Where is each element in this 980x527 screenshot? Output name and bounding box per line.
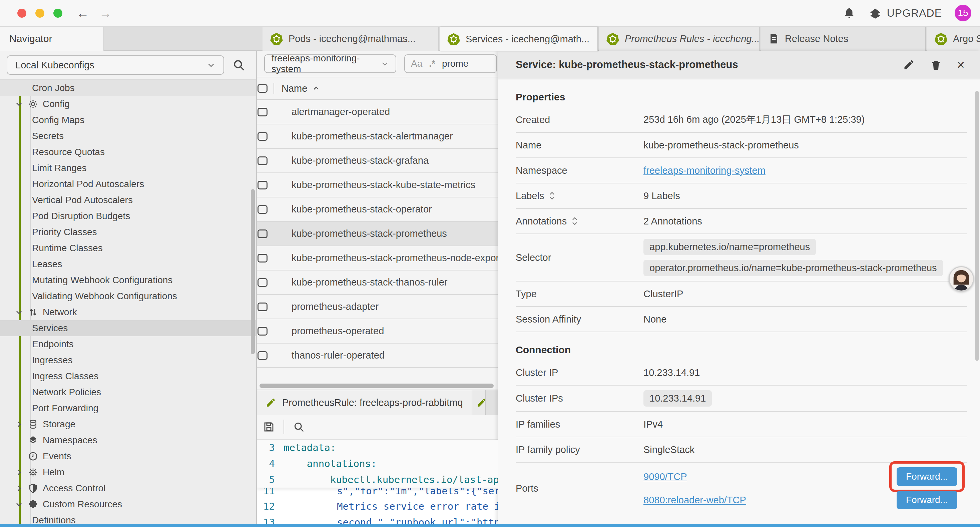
table-row-thanos-ruler-operated[interactable]: thanos-ruler-operated: [257, 344, 498, 368]
tab-pods-icecheng-mathma[interactable]: Pods - icecheng@mathmas...: [262, 27, 439, 51]
sidebar-item-definitions[interactable]: Definitions: [0, 512, 256, 524]
sidebar-item-ingress-classes[interactable]: Ingress Classes: [0, 368, 256, 384]
expand-sorter-icon[interactable]: [549, 191, 555, 201]
search-icon[interactable]: [232, 58, 245, 72]
sidebar-item-ingresses[interactable]: Ingresses: [0, 352, 256, 368]
back-arrow-icon[interactable]: ←: [76, 6, 89, 20]
notification-badge[interactable]: 15: [955, 5, 971, 21]
sidebar-item-validating-webhook-configurations[interactable]: Validating Webhook Configurations: [0, 288, 256, 304]
sidebar-item-priority-classes[interactable]: Priority Classes: [0, 224, 256, 240]
editor-search-icon[interactable]: [293, 421, 305, 433]
chevron-down-icon[interactable]: [15, 500, 23, 508]
table-row-kube-prometheus-stack-prometheus-node-expor[interactable]: kube-prometheus-stack-prometheus-node-ex…: [257, 246, 498, 271]
filter-input[interactable]: Aa .* prome: [404, 54, 497, 73]
chevron-right-icon[interactable]: [15, 484, 23, 492]
table-row-kube-prometheus-stack-operator[interactable]: kube-prometheus-stack-operator: [257, 197, 498, 222]
maximize-window-button[interactable]: [53, 9, 62, 18]
horizontal-scrollbar[interactable]: [259, 384, 494, 388]
namespace-selector[interactable]: freeleaps-monitoring-system: [264, 54, 396, 73]
close-icon[interactable]: ×: [957, 57, 965, 72]
sidebar-item-endpoints[interactable]: Endpoints: [0, 336, 256, 352]
row-checkbox[interactable]: [258, 181, 267, 189]
sidebar-item-config[interactable]: Config: [0, 96, 256, 112]
bell-icon[interactable]: [843, 7, 856, 19]
minimize-window-button[interactable]: [35, 9, 45, 18]
sidebar-item-cron-jobs[interactable]: Cron Jobs: [0, 80, 256, 96]
port-link-8080-reloader-web-tcp[interactable]: 8080:reloader-web/TCP: [643, 495, 746, 506]
sidebar-item-vertical-pod-autoscalers[interactable]: Vertical Pod Autoscalers: [0, 192, 256, 208]
row-checkbox[interactable]: [258, 351, 267, 360]
port-link-9090-tcp[interactable]: 9090/TCP: [643, 471, 687, 482]
sidebar-item-resource-quotas[interactable]: Resource Quotas: [0, 144, 256, 160]
sidebar-item-limit-ranges[interactable]: Limit Ranges: [0, 160, 256, 176]
upgrade-button[interactable]: UPGRADE: [868, 6, 942, 20]
chevron-down-icon[interactable]: [15, 100, 23, 108]
regex-toggle[interactable]: .*: [429, 58, 435, 69]
sidebar-item-storage[interactable]: Storage: [0, 416, 256, 432]
forward-arrow-icon[interactable]: →: [99, 6, 112, 20]
editor-tab-partial[interactable]: [473, 390, 486, 415]
sidebar-item-mutating-webhook-configurations[interactable]: Mutating Webhook Configurations: [0, 272, 256, 288]
table-row-kube-prometheus-stack-kube-state-metrics[interactable]: kube-prometheus-stack-kube-state-metrics: [257, 173, 498, 197]
sidebar-item-secrets[interactable]: Secrets: [0, 128, 256, 144]
tab-argo-se[interactable]: Argo Se: [927, 27, 980, 51]
sidebar-item-services[interactable]: Services: [0, 320, 256, 336]
row-checkbox[interactable]: [258, 205, 267, 214]
table-row-prometheus-operated[interactable]: prometheus-operated: [257, 319, 498, 344]
table-row-kube-prometheus-stack-alertmanager[interactable]: kube-prometheus-stack-alertmanager: [257, 124, 498, 149]
sidebar-item-helm[interactable]: Helm: [0, 464, 256, 480]
delete-icon[interactable]: [930, 59, 942, 71]
sidebar-item-network-policies[interactable]: Network Policies: [0, 384, 256, 400]
sidebar-item-runtime-classes[interactable]: Runtime Classes: [0, 240, 256, 256]
row-checkbox[interactable]: [258, 327, 267, 336]
sidebar-item-label: Port Forwarding: [32, 403, 99, 414]
detail-value: kube-prometheus-stack-prometheus: [643, 140, 967, 151]
row-checkbox[interactable]: [258, 108, 267, 116]
forward-button[interactable]: Forward...: [897, 467, 957, 486]
sidebar-item-config-maps[interactable]: Config Maps: [0, 112, 256, 128]
row-checkbox[interactable]: [258, 303, 267, 311]
save-icon[interactable]: [263, 421, 275, 433]
sidebar-item-custom-resources[interactable]: Custom Resources: [0, 496, 256, 512]
sidebar-item-pod-disruption-budgets[interactable]: Pod Disruption Budgets: [0, 208, 256, 224]
table-row-kube-prometheus-stack-grafana[interactable]: kube-prometheus-stack-grafana: [257, 149, 498, 173]
details-scrollbar[interactable]: [975, 91, 978, 361]
tab-prometheus-rules-ice[interactable]: Prometheus Rules - icecheng...: [599, 27, 760, 51]
expand-sorter-icon[interactable]: [571, 217, 578, 226]
kubeconfig-selector[interactable]: Local Kubeconfigs: [7, 56, 224, 75]
sidebar-item-leases[interactable]: Leases: [0, 256, 256, 272]
name-column-header[interactable]: Name: [282, 83, 320, 94]
tab-release-notes[interactable]: Release Notes: [761, 27, 926, 51]
edit-icon[interactable]: [903, 59, 915, 71]
table-row-kube-prometheus-stack-thanos-ruler[interactable]: kube-prometheus-stack-thanos-ruler: [257, 271, 498, 295]
editor-url-link[interactable]: https://net: [477, 517, 498, 524]
editor-tab-prometheusrule[interactable]: PrometheusRule: freeleaps-prod-rabbitmq: [257, 390, 473, 415]
row-checkbox[interactable]: [258, 229, 267, 238]
select-all-checkbox[interactable]: [258, 84, 267, 93]
row-checkbox[interactable]: [258, 278, 267, 287]
row-checkbox[interactable]: [258, 254, 267, 263]
tab-services-icecheng-ma[interactable]: Services - icecheng@math...×: [440, 27, 598, 51]
table-row-kube-prometheus-stack-prometheus[interactable]: kube-prometheus-stack-prometheus: [257, 222, 498, 246]
forward-button[interactable]: Forward...: [897, 490, 957, 509]
close-window-button[interactable]: [18, 9, 26, 18]
chevron-right-icon[interactable]: [15, 420, 23, 428]
chevron-right-icon[interactable]: [15, 468, 23, 476]
user-avatar[interactable]: [949, 266, 974, 291]
sidebar-scrollbar[interactable]: [251, 189, 255, 354]
sidebar-item-access-control[interactable]: Access Control: [0, 480, 256, 496]
row-checkbox[interactable]: [258, 156, 267, 165]
sidebar-item-network[interactable]: Network: [0, 304, 256, 320]
chevron-down-icon[interactable]: [15, 308, 23, 316]
namespace-link[interactable]: freeleaps-monitoring-system: [643, 165, 967, 176]
sidebar-item-namespaces[interactable]: Namespaces: [0, 432, 256, 448]
sidebar-item-port-forwarding[interactable]: Port Forwarding: [0, 400, 256, 416]
match-case-toggle[interactable]: Aa: [411, 58, 422, 69]
sidebar-item-events[interactable]: Events: [0, 448, 256, 464]
table-row-alertmanager-operated[interactable]: alertmanager-operated: [257, 100, 498, 124]
sidebar-item-horizontal-pod-autoscalers[interactable]: Horizontal Pod Autoscalers: [0, 176, 256, 192]
navigator-panel-tab[interactable]: Navigator: [0, 27, 104, 51]
table-row-prometheus-adapter[interactable]: prometheus-adapter: [257, 295, 498, 319]
row-checkbox[interactable]: [258, 132, 267, 141]
yaml-editor[interactable]: 3metadata:4 annotations:5 kubectl.kubern…: [257, 439, 498, 524]
